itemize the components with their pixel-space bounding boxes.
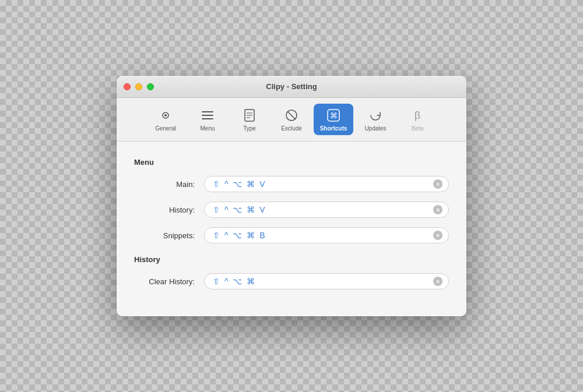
tab-type-label: Type bbox=[243, 125, 256, 132]
close-button[interactable] bbox=[124, 83, 131, 90]
shortcut-snippets-keys: ⇧ ^ ⌥ ⌘ B bbox=[213, 231, 266, 240]
tab-beta[interactable]: β Beta bbox=[398, 104, 437, 135]
tab-menu[interactable]: Menu bbox=[188, 104, 227, 135]
tab-general[interactable]: General bbox=[146, 104, 185, 135]
shortcuts-icon: ⌘ bbox=[325, 107, 342, 123]
general-icon bbox=[157, 107, 174, 123]
shortcut-history-field[interactable]: ⇧ ^ ⌥ ⌘ V ✕ bbox=[204, 202, 449, 218]
tab-updates-label: Updates bbox=[364, 125, 386, 132]
shortcut-snippets-clear[interactable]: ✕ bbox=[433, 231, 442, 240]
window-title: Clipy - Setting bbox=[266, 82, 317, 91]
tab-beta-label: Beta bbox=[412, 125, 424, 132]
shortcut-main-label: Main: bbox=[134, 180, 204, 189]
exclude-icon bbox=[283, 107, 300, 123]
shortcut-row-history: History: ⇧ ^ ⌥ ⌘ V ✕ bbox=[134, 202, 449, 218]
menu-icon bbox=[199, 107, 216, 123]
shortcut-snippets-field[interactable]: ⇧ ^ ⌥ ⌘ B ✕ bbox=[204, 227, 449, 243]
tab-exclude-label: Exclude bbox=[281, 125, 302, 132]
titlebar: Clipy - Setting bbox=[117, 76, 466, 98]
traffic-lights bbox=[124, 83, 154, 90]
type-icon bbox=[241, 107, 258, 123]
shortcut-clear-history-field[interactable]: ⇧ ^ ⌥ ⌘ ✕ bbox=[204, 273, 449, 289]
toolbar: General Menu Type bbox=[117, 98, 466, 142]
tab-type[interactable]: Type bbox=[230, 104, 269, 135]
shortcut-snippets-label: Snippets: bbox=[134, 231, 204, 240]
shortcut-row-clear-history: Clear History: ⇧ ^ ⌥ ⌘ ✕ bbox=[134, 273, 449, 289]
svg-text:⌘: ⌘ bbox=[330, 111, 338, 120]
tab-shortcuts[interactable]: ⌘ Shortcuts bbox=[314, 104, 353, 135]
shortcut-clear-history-clear[interactable]: ✕ bbox=[433, 277, 442, 286]
svg-point-1 bbox=[164, 114, 167, 116]
shortcut-main-keys: ⇧ ^ ⌥ ⌘ V bbox=[213, 179, 266, 189]
section-menu-title: Menu bbox=[134, 158, 449, 167]
content-area: Menu Main: ⇧ ^ ⌥ ⌘ V ✕ History: ⇧ ^ ⌥ ⌘ … bbox=[117, 142, 466, 316]
svg-line-10 bbox=[287, 111, 296, 119]
tab-updates[interactable]: Updates bbox=[356, 104, 395, 135]
tab-exclude[interactable]: Exclude bbox=[272, 104, 311, 135]
shortcut-history-keys: ⇧ ^ ⌥ ⌘ V bbox=[213, 205, 266, 214]
tab-shortcuts-label: Shortcuts bbox=[320, 125, 347, 132]
updates-icon bbox=[367, 107, 384, 123]
tab-menu-label: Menu bbox=[200, 125, 215, 132]
settings-window: Clipy - Setting General Menu bbox=[117, 76, 466, 316]
shortcut-clear-history-label: Clear History: bbox=[134, 277, 204, 286]
maximize-button[interactable] bbox=[147, 83, 154, 90]
shortcut-clear-history-keys: ⇧ ^ ⌥ ⌘ bbox=[213, 277, 256, 286]
shortcut-row-main: Main: ⇧ ^ ⌥ ⌘ V ✕ bbox=[134, 176, 449, 192]
tab-general-label: General bbox=[155, 125, 176, 132]
beta-icon: β bbox=[409, 107, 426, 123]
shortcut-history-clear[interactable]: ✕ bbox=[433, 205, 442, 214]
minimize-button[interactable] bbox=[135, 83, 142, 90]
shortcut-main-field[interactable]: ⇧ ^ ⌥ ⌘ V ✕ bbox=[204, 176, 449, 192]
shortcut-history-label: History: bbox=[134, 206, 204, 214]
shortcut-main-clear[interactable]: ✕ bbox=[433, 179, 442, 189]
section-history-title: History bbox=[134, 255, 449, 264]
shortcut-row-snippets: Snippets: ⇧ ^ ⌥ ⌘ B ✕ bbox=[134, 227, 449, 243]
